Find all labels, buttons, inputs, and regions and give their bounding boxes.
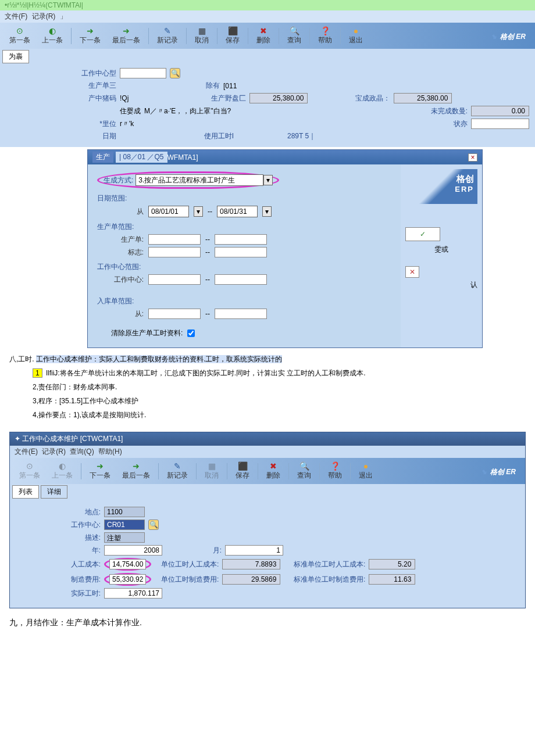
inp-wc-type[interactable] bbox=[120, 68, 166, 78]
tb-prev[interactable]: ◐上一条 bbox=[37, 25, 67, 46]
val-liwei: r〃'k bbox=[120, 119, 134, 129]
next-icon: ➜ bbox=[85, 26, 95, 35]
win2-menu-file[interactable]: 文件(E) bbox=[15, 447, 38, 456]
lbl-zhuying: 住婴成 bbox=[120, 106, 141, 116]
val-actual[interactable]: 1,870.117 bbox=[104, 588, 162, 599]
inp-flag-to[interactable] bbox=[215, 247, 267, 257]
tab-detail[interactable]: 详细 bbox=[41, 485, 67, 499]
val-labor[interactable]: 14,754.00 bbox=[109, 559, 146, 569]
tb-delete[interactable]: ✖删除 bbox=[252, 25, 275, 46]
generate-dialog: 生产 | 08／01 ／Q5 WFMTA1] × 生成方式: 3.按产品工艺流程… bbox=[87, 149, 483, 348]
lbl-stdunitmfg: 标准单位工时制造费用: bbox=[284, 575, 365, 585]
inp-stock-from[interactable] bbox=[148, 309, 201, 319]
dialog-titlebar: 生产 | 08／01 ／Q5 WFMTA1] × bbox=[88, 150, 482, 164]
method-highlight: 生成方式: 3.按产品工艺流程标准工时产生 ▾ bbox=[97, 171, 279, 189]
p3: 3,程序：[35.1.5]工作中心成本维护 bbox=[9, 396, 526, 406]
delete-icon: ✖ bbox=[259, 26, 268, 35]
tb2-delete[interactable]: ✖删除 bbox=[262, 460, 285, 482]
win2-menu-record[interactable]: 记录(R) bbox=[42, 447, 66, 456]
tb-next[interactable]: ➜下一条 bbox=[75, 25, 105, 46]
win2-menu-help[interactable]: 帮助(H) bbox=[98, 447, 122, 456]
inp-status[interactable] bbox=[471, 119, 529, 129]
inp-wc-from[interactable] bbox=[148, 274, 201, 285]
chevron-down-icon[interactable]: ▾ bbox=[263, 175, 273, 185]
btn-ok[interactable]: ✓ bbox=[405, 227, 440, 241]
val-prodye: 25,380.00 bbox=[249, 93, 308, 103]
inp-flag-from[interactable] bbox=[148, 247, 201, 257]
val-wc2[interactable]: CR01 bbox=[104, 519, 145, 530]
lbl-wc2: 工作中心: bbox=[66, 520, 101, 530]
tab-row: 为裹 bbox=[0, 49, 535, 65]
sel-method[interactable]: 3.按产品工艺流程标准工时产生 bbox=[135, 174, 263, 186]
p1: llfiiJ:将各生产单统计出来的本期工时，汇总成下图的实际工时.同时，计算出实… bbox=[46, 369, 365, 377]
exit-icon: ● bbox=[351, 26, 361, 35]
tb2-last[interactable]: ➜最后一条 bbox=[117, 460, 155, 482]
p0: 工作中心成本维护：实际人工和制费取财务统计的资料.工时，取系统实际统计的 bbox=[36, 355, 282, 363]
tb2-new[interactable]: ✎新记录 bbox=[162, 460, 192, 482]
win2-tabrow: 列表 详细 bbox=[10, 484, 525, 500]
lbl-clear: 清除原生产单工时资料: bbox=[111, 328, 183, 338]
tb-last[interactable]: ➜最后一条 bbox=[108, 25, 145, 46]
lbl-shiyong: 使用工时I bbox=[193, 131, 234, 141]
lbl-labor: 人工成本: bbox=[66, 560, 101, 569]
doc-section: 八,工时. 工作中心成本维护：实际人工和制费取财务统计的资料.工时，取系统实际统… bbox=[0, 350, 535, 427]
sec9-title: 九，月结作业：生产单成本计算作业. bbox=[9, 617, 526, 629]
tb-new[interactable]: ✎新记录 bbox=[152, 25, 183, 46]
btn-cancel[interactable]: ✕ bbox=[405, 266, 419, 278]
val-month[interactable]: 1 bbox=[225, 545, 283, 556]
tab-list[interactable]: 列表 bbox=[12, 485, 39, 499]
tb2-cancel: ▦取消 bbox=[200, 460, 223, 482]
tab-weibiao[interactable]: 为裹 bbox=[2, 50, 29, 63]
val-mfg[interactable]: 55,330.92 bbox=[109, 574, 146, 585]
first-icon: ⊙ bbox=[15, 26, 24, 35]
win2-title-text: 工作中心成本维护 [CTWCMTA1] bbox=[22, 435, 123, 443]
mfg-highlight: 55,330.92 bbox=[104, 573, 151, 586]
tb-save[interactable]: ⬛保存 bbox=[221, 25, 244, 46]
close-icon[interactable]: × bbox=[468, 153, 477, 162]
tb-exit[interactable]: ●退出 bbox=[344, 25, 368, 46]
menu-record[interactable]: 记录(R) bbox=[32, 12, 56, 20]
lbl-stock-from: 从: bbox=[111, 309, 144, 319]
chk-clear[interactable] bbox=[187, 329, 195, 337]
inp-date-to[interactable]: 08/01/31 bbox=[217, 206, 258, 217]
inp-date-from[interactable]: 08/01/01 bbox=[148, 206, 189, 217]
lookup-icon[interactable]: 🔍 bbox=[170, 68, 180, 78]
menu-file[interactable]: 文件(F) bbox=[5, 12, 27, 20]
inp-wc-to[interactable] bbox=[215, 274, 267, 285]
win2-brand: ⬊格创 ER bbox=[481, 465, 520, 477]
tb2-next[interactable]: ➜下一条 bbox=[85, 460, 115, 482]
val-unitmfg: 29.5869 bbox=[222, 574, 280, 585]
lookup-icon[interactable]: 🔍 bbox=[148, 519, 159, 530]
dialog-body: 生成方式: 3.按产品工艺流程标准工时产生 ▾ 日期范围: 从 08/01/01… bbox=[88, 164, 401, 347]
help-icon: ❓ bbox=[320, 26, 330, 35]
tb-query[interactable]: 🔍查询 bbox=[283, 25, 306, 46]
doc-section-2: 九，月结作业：生产单成本计算作业. bbox=[0, 613, 535, 636]
win2-menu-query[interactable]: 查询(Q) bbox=[70, 447, 94, 456]
lbl-unitlabor: 单位工时人工成本: bbox=[155, 560, 219, 569]
win2-toolbar: ⊙第一条 ◐上一条 ➜下一条 ➜最后一条 ✎新记录 ▦取消 ⬛保存 ✖删除 🔍查… bbox=[10, 458, 525, 484]
val-stdunitmfg: 11.63 bbox=[369, 574, 415, 585]
tb-first[interactable]: ⊙第一条 bbox=[5, 25, 35, 46]
tb2-exit[interactable]: ●退出 bbox=[354, 460, 377, 482]
chevron-down-icon[interactable]: ▾ bbox=[262, 206, 272, 217]
inp-stock-to[interactable] bbox=[215, 309, 267, 319]
chevron-down-icon[interactable]: ▾ bbox=[194, 206, 203, 217]
menu-bar: 文件(F) 记录(R) 」 bbox=[0, 10, 535, 23]
sec8-title: 八,工时. bbox=[9, 355, 34, 363]
dialog-tab: 生产 bbox=[92, 152, 113, 163]
tb2-save[interactable]: ⬛保存 bbox=[231, 460, 254, 482]
lbl-unitmfg: 单位工时制造费用: bbox=[155, 575, 219, 585]
last-icon: ➜ bbox=[122, 26, 131, 35]
tb2-query[interactable]: 🔍查询 bbox=[293, 460, 316, 482]
tb2-help[interactable]: ❓帮助 bbox=[323, 460, 347, 482]
inp-order-from[interactable] bbox=[148, 234, 201, 245]
tb-help[interactable]: ❓帮助 bbox=[313, 25, 337, 46]
title-bar: •r½i*½l|H½¼(CTWfMTAl| bbox=[0, 0, 535, 10]
tb-cancel[interactable]: ▦取消 bbox=[190, 25, 213, 46]
val-riqi: | 08／01 ／Q5 bbox=[116, 152, 167, 163]
inp-order-to[interactable] bbox=[215, 234, 267, 245]
lbl-method: 生成方式: bbox=[104, 175, 133, 185]
val-year[interactable]: 2008 bbox=[104, 545, 162, 556]
val-prodcode: !Qj bbox=[120, 94, 129, 102]
p2: 2,责任部门：财务成本同事. bbox=[9, 382, 526, 392]
